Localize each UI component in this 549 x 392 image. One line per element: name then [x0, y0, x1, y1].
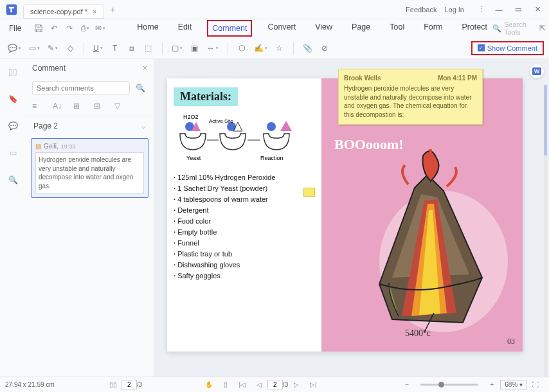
search-icon[interactable]: 🔍 [5, 172, 21, 188]
filter-icon[interactable]: ▽ [114, 102, 126, 113]
new-tab-button[interactable]: + [111, 4, 116, 15]
select-tool-icon[interactable]: ▯ [219, 379, 233, 391]
checkbox-icon: ✓ [478, 44, 485, 51]
menu-comment[interactable]: Comment [207, 20, 252, 37]
document-area[interactable]: W Materials: H2O2 Active Site Yeast [154, 59, 549, 392]
menu-form[interactable]: Form [420, 20, 446, 37]
zoom-slider[interactable] [420, 384, 478, 386]
materials-list: 125ml 10% Hydrogen Peroxide1 Sachet Dry … [174, 172, 315, 281]
label-h2o2: H2O2 [183, 114, 199, 120]
search-go-icon[interactable]: 🔍 [134, 81, 147, 95]
zoom-out-icon[interactable]: − [400, 379, 414, 391]
comment-panel: Comment × 🔍 ≡ A↓ ⊞ ⊟ ▽ Page 2 ⌵ ▤ Geili,… [26, 59, 154, 392]
page-dimensions: 27.94 x 21.59 cm [5, 381, 55, 388]
bookmark-icon[interactable]: 🔖 [5, 91, 21, 107]
note-icon: ▤ [35, 143, 41, 150]
pencil-tool[interactable]: ✎ [45, 40, 60, 56]
menu-edit[interactable]: Edit [174, 20, 196, 37]
page-total-2: /3 [283, 381, 288, 388]
filter-expand-icon[interactable]: ⊞ [73, 102, 85, 113]
filter-az-icon[interactable]: A↓ [53, 102, 64, 113]
comment-card[interactable]: ▤ Geili, 19:33 Hydrogen perxide molecule… [31, 138, 148, 198]
chevron-down-icon: ⌵ [141, 121, 146, 130]
filter-sort-icon[interactable]: ≡ [32, 102, 44, 113]
menu-tool[interactable]: Tool [386, 20, 408, 37]
minimize-button[interactable]: — [490, 2, 508, 17]
label-reaction: Reaction [260, 155, 284, 161]
fit-icon[interactable]: ⛶ [528, 379, 543, 391]
area-tool[interactable]: ▣ [188, 40, 202, 56]
page-input-2[interactable] [267, 380, 283, 389]
menu-page[interactable]: Page [348, 20, 374, 37]
prev-page-icon[interactable]: ◁ [252, 379, 266, 391]
layout-icon[interactable]: ▯▯ [106, 379, 120, 391]
comment-popup[interactable]: Brook Wells Mon 4:11 PM Hydrogen peroxid… [338, 69, 483, 125]
print-icon[interactable]: ⎙ [79, 22, 91, 34]
next-page-icon[interactable]: ▷ [289, 379, 303, 391]
close-tab-icon[interactable]: × [93, 8, 96, 15]
redo-icon[interactable]: ↷ [64, 22, 75, 34]
callout-tool[interactable]: ⬚ [141, 40, 156, 56]
show-comment-toggle[interactable]: ✓ Show Comment [471, 41, 544, 55]
hide-tool[interactable]: ⊘ [318, 40, 332, 56]
text-tool[interactable]: T [108, 40, 122, 56]
more-icon[interactable]: ⋮ [472, 2, 490, 17]
page-input[interactable] [122, 380, 137, 389]
comment-body[interactable]: Hydrogen perxide molecules are very unst… [35, 152, 144, 193]
signature-tool[interactable]: ✍ [251, 40, 270, 56]
shape-tool[interactable]: ▢ [169, 40, 185, 56]
page-section-header[interactable]: Page 2 ⌵ [26, 116, 154, 136]
menu-convert[interactable]: Convert [264, 20, 300, 37]
scrollbar[interactable] [544, 85, 547, 380]
label-active: Active Site [209, 118, 233, 124]
app-logo [0, 0, 23, 19]
first-page-icon[interactable]: |◁ [235, 379, 249, 391]
popup-time: Mon 4:11 PM [438, 75, 477, 82]
highlight-tool[interactable]: ▭ [26, 40, 42, 56]
menu-view[interactable]: View [311, 20, 336, 37]
last-page-icon[interactable]: ▷| [306, 379, 320, 391]
maximize-button[interactable]: ▭ [509, 2, 527, 17]
sticky-note-icon[interactable] [303, 188, 315, 197]
hand-tool-icon[interactable]: ✋ [202, 379, 216, 391]
svg-marker-6 [280, 121, 292, 131]
search-tools[interactable]: 🔍Search Tools [492, 21, 532, 36]
popup-author: Brook Wells [344, 75, 381, 82]
document-tab[interactable]: science-copy.pdf * × [23, 4, 104, 19]
zoom-value[interactable]: 68% ▾ [500, 380, 527, 389]
stamp-tool[interactable]: ⬡ [235, 40, 249, 56]
file-menu[interactable]: File [3, 24, 28, 33]
attachments-icon[interactable]: ▭ [5, 145, 21, 161]
stamp2-tool[interactable]: ☆ [273, 40, 287, 56]
menu-home[interactable]: Home [133, 20, 162, 37]
panel-close-icon[interactable]: × [143, 64, 147, 73]
filter-collapse-icon[interactable]: ⊟ [94, 102, 105, 113]
textbox-tool[interactable]: ⧈ [125, 40, 139, 56]
volcano-illustration [334, 149, 514, 342]
underline-tool[interactable]: U [91, 40, 105, 56]
ribbon: 💬 ▭ ✎ ◇ U T ⧈ ⬚ ▢ ▣ ↔ ⬡ ✍ ☆ 📎 ⊘ ✓ Show C… [0, 37, 549, 59]
zoom-in-icon[interactable]: + [485, 379, 499, 391]
save-icon[interactable] [33, 22, 44, 34]
comment-time: 19:33 [61, 143, 76, 150]
note-tool[interactable]: 💬 [5, 40, 24, 56]
comments-icon[interactable]: 💬 [5, 118, 21, 134]
email-icon[interactable]: ✉ [94, 22, 106, 34]
search-comments-input[interactable] [32, 81, 130, 95]
materials-heading: Materials: [174, 87, 238, 106]
word-export-icon[interactable]: W [530, 64, 544, 78]
undo-icon[interactable]: ↶ [48, 22, 60, 34]
attach-tool[interactable]: 📎 [300, 40, 315, 56]
menu-protect[interactable]: Protect [458, 20, 491, 37]
tab-title: science-copy.pdf * [30, 8, 87, 15]
page-total: /3 [137, 381, 142, 388]
eraser-tool[interactable]: ◇ [63, 40, 77, 56]
feedback-link[interactable]: Feedback [406, 6, 437, 13]
measure-tool[interactable]: ↔ [204, 40, 221, 56]
close-button[interactable]: ✕ [528, 2, 546, 17]
thumbnails-icon[interactable]: ▯▯ [5, 64, 21, 80]
svg-point-5 [267, 122, 276, 131]
scroll-thumb[interactable] [544, 85, 547, 156]
share-icon[interactable]: ⇱ [539, 22, 548, 34]
login-link[interactable]: Log In [444, 6, 464, 13]
